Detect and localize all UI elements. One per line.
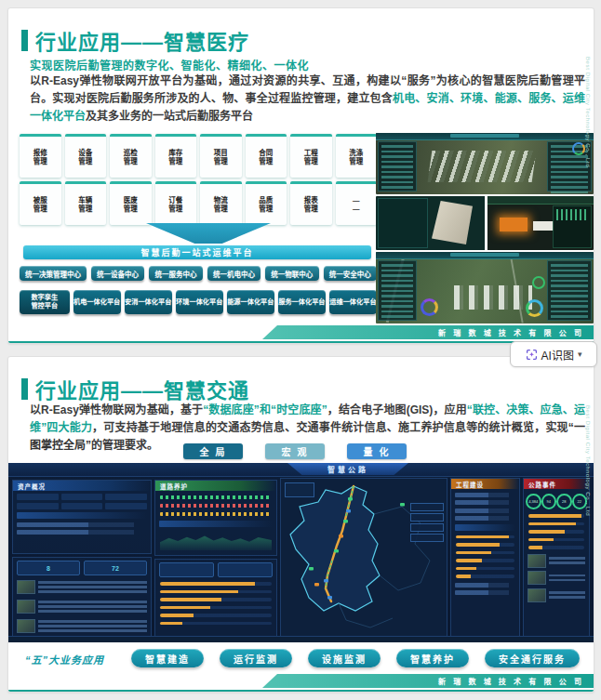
biz-pill: 设施监测 (308, 649, 381, 667)
donut-chart (572, 142, 585, 155)
traffic-dashboard-screenshot: 智慧公路 资产概况 8 72 道路养护 (8, 463, 594, 642)
module-card: 车辆管理 (65, 181, 107, 225)
platform-pill: 安消一体化平台 (125, 290, 172, 314)
screenshot-side-panel (378, 198, 428, 248)
module-card: 洗涤管理 (336, 134, 378, 178)
platform-pill: 数字孪生管控平台 (20, 290, 70, 314)
module-card: 工程管理 (290, 134, 332, 178)
title-accent-bar (21, 378, 28, 400)
module-card: 设备管理 (65, 134, 107, 178)
platform-pill: 服务一体化平台 (278, 290, 326, 314)
title-accent-bar (21, 30, 28, 51)
screenshot-side-panel (547, 260, 592, 321)
slide-image-smart-healthcare[interactable]: 行业应用——智慧医疗 实现医院后勤管理的数字化、智能化、精细化、一体化 以R-E… (7, 7, 594, 344)
center-pill: 统一决策管理中心 (20, 266, 87, 281)
slide-image-smart-transport[interactable]: 行业应用——智慧交通 以R-Easy弹性物联网为基础，基于“数据底座”和“时空底… (7, 356, 594, 693)
screenshot-side-panel (378, 260, 417, 321)
platform-pill: 能源一体化平台 (227, 290, 274, 314)
slide1-intro-paragraph: 以R-Easy弹性物联网开放平台为基础，通过对资源的共享、互通，构建以“服务”为… (30, 73, 585, 125)
panel-title: 道路养护 (155, 481, 276, 491)
area-chart (160, 530, 272, 550)
view-button-global: 全 局 (183, 443, 243, 459)
module-card: 物流管理 (200, 181, 242, 225)
campus-buildings (454, 285, 532, 310)
module-card: 项目管理 (200, 134, 242, 178)
dash-panel-operations (154, 559, 277, 639)
dash-panel-assets: 资产概况 (12, 480, 152, 554)
funnel-arrow (146, 223, 271, 244)
event-rings: 4,384 94 28 22 (526, 494, 587, 509)
ai-recognize-button[interactable]: AI识图 ▾ (510, 341, 597, 367)
hospital-dashboard-screenshot-2 (376, 196, 594, 250)
module-card: 品质管理 (246, 181, 287, 225)
platform-pill: 机电一体化平台 (73, 290, 121, 314)
platform-banner: 智慧后勤一站式运维平台 (23, 245, 371, 259)
hospital-dashboard-screenshot-1 (376, 133, 594, 194)
module-card: 合同管理 (246, 134, 287, 178)
module-card: —— (336, 181, 378, 225)
screenshot-header-bar (487, 196, 594, 205)
dash-panel-construction: 工程建设 (450, 478, 520, 639)
hospital-dashboard-screenshot-3 (376, 252, 594, 324)
ring-stat: 94 (541, 494, 557, 509)
panel-title: 公路事件 (524, 479, 589, 489)
module-card: 库存管理 (155, 134, 197, 178)
dash-panel-events: 公路事件 4,384 94 28 22 (523, 478, 590, 639)
dashboard-title: 智慧公路 (287, 463, 408, 475)
company-name: 新 瑞 数 城 技 术 有 限 公 司 (438, 327, 584, 337)
ai-scan-icon (526, 349, 538, 361)
company-ribbon: 新 瑞 数 城 技 术 有 限 公 司 (262, 325, 594, 339)
screenshot-side-panel (553, 205, 592, 248)
screenshot-header-bar (376, 252, 594, 259)
ring-chart (532, 276, 545, 289)
donut-chart (526, 299, 543, 317)
campus-buildings (428, 151, 537, 182)
screenshot-side-panel (378, 141, 417, 192)
module-card: 医废管理 (110, 181, 152, 225)
module-card: 报表管理 (290, 181, 332, 225)
module-card: 被服管理 (20, 181, 61, 225)
slide2-title-row: 行业应用——智慧交通 (21, 374, 249, 403)
module-card: 巡检管理 (110, 134, 152, 178)
dash-panel-maintenance: 道路养护 (154, 480, 277, 556)
center-pill: 统一服务中心 (149, 266, 202, 281)
platform-pill: 运维一体化平台 (329, 290, 377, 314)
map-view-buttons: 全 局 宏 观 量 化 (183, 443, 407, 459)
biz-pill: 智慧养护 (396, 649, 469, 667)
center-pill: 统一设备中心 (91, 266, 144, 281)
slide1-title: 行业应用——智慧医疗 (35, 25, 249, 55)
screenshot-header-bar (376, 133, 594, 140)
highlighted-building (500, 218, 528, 231)
platform-pill: 环境一体化平台 (176, 290, 223, 314)
footer-line (8, 690, 594, 692)
hospital-dashboard-screenshots (376, 133, 594, 325)
ring-stat: 4,384 (526, 494, 541, 509)
traffic-map (280, 478, 447, 639)
footer-line (8, 341, 594, 343)
map-legend (285, 482, 314, 497)
building-model (432, 201, 473, 244)
view-button-macro: 宏 观 (265, 443, 325, 459)
stat-chip: 8 (17, 561, 80, 575)
side-watermark: Best Digital City Technology Co., Ltd (585, 57, 591, 167)
company-ribbon: 新 瑞 数 城 技 术 有 限 公 司 (262, 674, 594, 688)
module-card: 报修管理 (20, 134, 61, 178)
map-side-menu (410, 503, 444, 544)
ai-button-label: AI识图 (541, 347, 574, 363)
center-pill: 统一物联中心 (265, 266, 318, 281)
ring-stat: 28 (556, 494, 572, 509)
center-pill: 统一机电中心 (207, 266, 260, 281)
module-card: 订餐管理 (155, 181, 197, 225)
dash-panel-reports: 8 72 (12, 557, 152, 639)
side-watermark: Best Digital City Technology Co., Ltd (585, 405, 591, 516)
unified-centers-row: 统一决策管理中心 统一设备中心 统一服务中心 统一机电中心 统一物联中心 统一安… (20, 266, 377, 281)
donut-chart (421, 298, 438, 316)
integrated-platforms-row: 数字孪生管控平台 机电一体化平台 安消一体化平台 环境一体化平台 能源一体化平台… (20, 290, 377, 314)
dashboard-footer-bar (8, 636, 594, 642)
biz-pill: 运行监测 (220, 649, 292, 667)
slide1-title-row: 行业应用——智慧医疗 (21, 25, 249, 55)
biz-pill: 安全通行服务 (485, 649, 580, 667)
panel-title: 工程建设 (451, 479, 519, 489)
slide2-title: 行业应用——智慧交通 (35, 374, 249, 403)
chevron-down-icon[interactable]: ▾ (578, 350, 582, 359)
